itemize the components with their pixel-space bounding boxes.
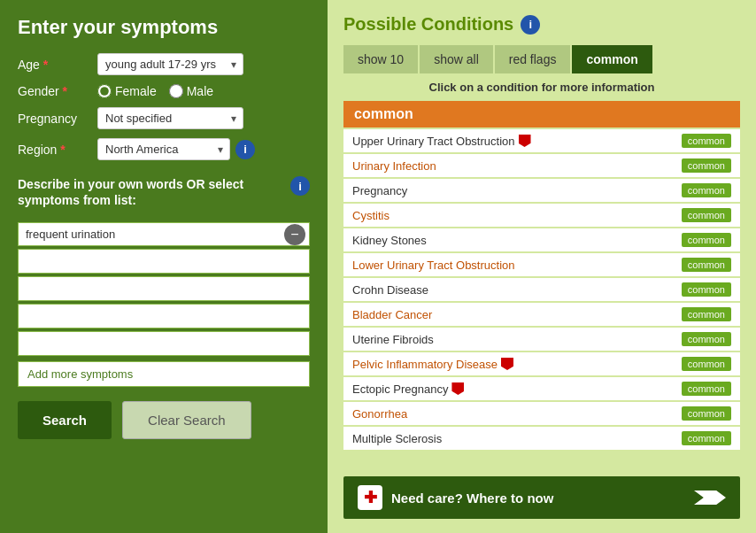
condition-badge-10: common — [682, 382, 731, 396]
condition-name-3: Cystitis — [352, 209, 390, 222]
page-title: Enter your symptoms — [18, 16, 310, 39]
condition-row-0[interactable]: Upper Urinary Tract Obstruction common — [343, 129, 740, 152]
condition-badge-3: common — [682, 208, 731, 222]
condition-row-11[interactable]: Gonorrhea common — [343, 402, 740, 425]
condition-row-6[interactable]: Crohn Disease common — [343, 278, 740, 301]
conditions-container: common Upper Urinary Tract Obstruction c… — [343, 101, 740, 469]
gender-required: * — [63, 84, 67, 98]
red-flag-10 — [451, 382, 464, 395]
symptom-input-row-1: − — [18, 222, 310, 246]
male-radio[interactable] — [169, 84, 183, 98]
red-flag-0 — [519, 135, 531, 147]
male-radio-label[interactable]: Male — [169, 84, 213, 98]
clear-search-button[interactable]: Clear Search — [122, 401, 251, 439]
need-care-bar[interactable]: ✚ Need care? Where to now — [343, 476, 740, 519]
condition-row-12[interactable]: Multiple Sclerosis common — [343, 427, 740, 450]
age-select[interactable]: young adult 17-29 yrs child 0-2 yrs chil… — [97, 53, 243, 75]
describe-section: Describe in your own words OR select sym… — [18, 176, 310, 208]
male-label: Male — [187, 84, 213, 98]
condition-name-2: Pregnancy — [352, 184, 407, 197]
tab-show10[interactable]: show 10 — [343, 45, 418, 73]
right-header: Possible Conditions i — [343, 14, 740, 35]
symptom-input-row-2[interactable] — [18, 249, 310, 274]
condition-name-7: Bladder Cancer — [352, 308, 432, 321]
right-panel: Possible Conditions i show 10 show all r… — [328, 0, 756, 533]
conditions-title: Possible Conditions — [343, 14, 513, 35]
condition-name-6: Crohn Disease — [352, 283, 428, 297]
region-required: * — [60, 143, 65, 157]
left-panel: Enter your symptoms Age * young adult 17… — [0, 0, 328, 533]
female-label: Female — [115, 84, 157, 98]
condition-name-0: Upper Urinary Tract Obstruction — [352, 135, 531, 148]
symptoms-list: − Add more symptoms — [18, 222, 310, 387]
condition-row-2[interactable]: Pregnancy common — [343, 179, 740, 202]
cross-icon: ✚ — [358, 485, 382, 510]
condition-badge-9: common — [682, 357, 731, 371]
pregnancy-select-wrap: Not specified Pregnant Possibly pregnant… — [97, 107, 243, 129]
region-select-wrap: North America Europe Asia Africa Austral… — [97, 138, 230, 160]
female-radio-label[interactable]: Female — [97, 84, 157, 98]
age-row: Age * young adult 17-29 yrs child 0-2 yr… — [18, 53, 310, 75]
condition-name-5: Lower Urinary Tract Obstruction — [352, 259, 515, 272]
condition-name-10: Ectopic Pregnancy — [352, 382, 464, 396]
female-radio[interactable] — [97, 84, 112, 98]
condition-badge-0: common — [682, 134, 731, 148]
describe-info-icon[interactable]: i — [290, 176, 310, 196]
age-select-wrap: young adult 17-29 yrs child 0-2 yrs chil… — [97, 53, 243, 75]
describe-label: Describe in your own words OR select sym… — [18, 176, 283, 208]
condition-name-12: Multiple Sclerosis — [352, 432, 442, 445]
condition-row-4[interactable]: Kidney Stones common — [343, 228, 740, 251]
add-more-button[interactable]: Add more symptoms — [18, 361, 310, 387]
need-care-text: Need care? Where to now — [391, 491, 685, 506]
condition-name-9: Pelvic Inflammatory Disease — [352, 358, 513, 371]
region-wrap: North America Europe Asia Africa Austral… — [97, 138, 255, 160]
condition-badge-8: common — [682, 332, 731, 346]
symptom-input-1[interactable] — [19, 223, 284, 245]
condition-badge-5: common — [682, 258, 731, 272]
symptom-input-row-4[interactable] — [18, 304, 310, 328]
condition-row-1[interactable]: Urinary Infection common — [343, 154, 740, 177]
arrow-right-icon — [694, 491, 726, 505]
region-info-icon[interactable]: i — [235, 140, 255, 159]
tab-redflags[interactable]: red flags — [495, 45, 571, 73]
remove-symptom-button-1[interactable]: − — [284, 224, 305, 245]
describe-row: Describe in your own words OR select sym… — [18, 176, 310, 208]
gender-options: Female Male — [97, 84, 213, 98]
condition-row-7[interactable]: Bladder Cancer common — [343, 303, 740, 326]
pregnancy-label: Pregnancy — [18, 112, 97, 126]
condition-row-3[interactable]: Cystitis common — [343, 204, 740, 227]
condition-name-8: Uterine Fibroids — [352, 333, 434, 346]
action-buttons: Search Clear Search — [18, 401, 310, 439]
pregnancy-row: Pregnancy Not specified Pregnant Possibl… — [18, 107, 310, 129]
symptom-input-row-3[interactable] — [18, 276, 310, 301]
red-flag-9 — [501, 358, 513, 370]
click-info: Click on a condition for more informatio… — [343, 81, 740, 94]
region-label: Region * — [18, 143, 97, 157]
condition-badge-2: common — [682, 183, 731, 197]
section-header: common — [343, 101, 740, 127]
condition-row-10[interactable]: Ectopic Pregnancy common — [343, 377, 740, 400]
condition-row-8[interactable]: Uterine Fibroids common — [343, 328, 740, 351]
tabs-row: show 10 show all red flags common — [343, 45, 740, 73]
condition-name-11: Gonorrhea — [352, 407, 407, 421]
condition-row-5[interactable]: Lower Urinary Tract Obstruction common — [343, 253, 740, 276]
gender-row: Gender * Female Male — [18, 84, 310, 98]
tab-common[interactable]: common — [572, 45, 652, 73]
pregnancy-select[interactable]: Not specified Pregnant Possibly pregnant… — [97, 107, 243, 129]
gender-label: Gender * — [18, 84, 97, 98]
condition-badge-11: common — [682, 406, 731, 421]
tab-showall[interactable]: show all — [420, 45, 493, 73]
symptom-input-row-5[interactable] — [18, 331, 310, 356]
condition-badge-4: common — [682, 233, 731, 247]
cross-symbol: ✚ — [364, 488, 377, 507]
condition-row-9[interactable]: Pelvic Inflammatory Disease common — [343, 352, 740, 375]
age-required: * — [43, 58, 48, 72]
region-select[interactable]: North America Europe Asia Africa Austral… — [97, 138, 230, 160]
condition-name-1: Urinary Infection — [352, 159, 436, 173]
condition-badge-6: common — [682, 282, 731, 297]
search-button[interactable]: Search — [18, 401, 112, 439]
condition-badge-12: common — [682, 431, 731, 445]
conditions-info-icon[interactable]: i — [521, 15, 540, 35]
age-label: Age * — [18, 58, 97, 72]
region-row: Region * North America Europe Asia Afric… — [18, 138, 310, 160]
